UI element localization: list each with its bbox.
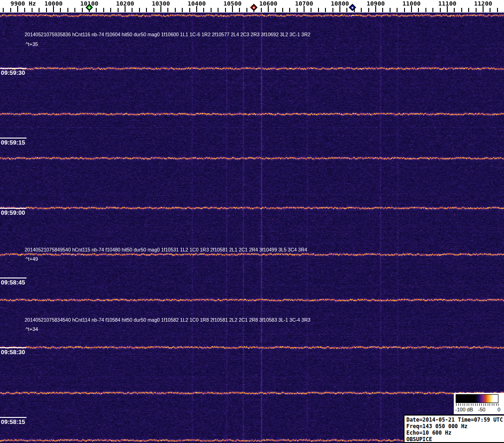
freq-tick <box>74 8 75 12</box>
color-scale-tick <box>481 403 482 406</box>
time-axis-label: 09:58:45 <box>1 279 25 286</box>
freq-tick <box>318 8 319 12</box>
time-axis-label: 09:59:30 <box>1 69 25 76</box>
freq-tick <box>175 8 176 12</box>
freq-tick <box>332 8 333 12</box>
color-scale-tick <box>473 403 473 406</box>
freq-tick <box>139 8 140 12</box>
freq-tick <box>189 8 190 12</box>
info-date-time: Date=2014-05-21 Time=07:59 UTC <box>406 417 504 423</box>
freq-tick <box>282 8 283 12</box>
detection-annotation: 20140521075849540 hCnt115 nb-74 f10480 h… <box>25 247 307 252</box>
detection-time-offset-marker: ^t+34 <box>26 326 38 332</box>
freq-tick <box>461 8 462 12</box>
freq-tick <box>397 8 398 12</box>
color-scale-gradient <box>456 394 498 403</box>
freq-tick <box>132 8 133 12</box>
color-scale-tick <box>456 403 457 406</box>
freq-tick <box>297 8 298 12</box>
freq-tick <box>60 8 61 12</box>
freq-axis-label: 9900 Hz <box>11 0 36 7</box>
color-scale-label-min: -100 dB <box>455 407 473 412</box>
freq-axis-label: 10900 <box>366 0 385 7</box>
info-observatory: OBSUPICE <box>406 436 504 443</box>
freq-axis-label: 10000 <box>44 0 62 7</box>
observation-info-box: Date=2014-05-21 Time=07:59 UTC Freq=143 … <box>404 415 504 443</box>
freq-tick <box>182 8 183 12</box>
freq-tick <box>153 8 154 12</box>
color-scale-tick <box>467 403 467 406</box>
info-frequency: Freq=143 050 000 Hz <box>406 423 504 430</box>
freq-tick <box>239 8 240 12</box>
info-echo: Echo=10 600 Hz <box>406 430 504 436</box>
time-axis-tick <box>0 68 27 69</box>
spectrogram-overlay: 09:59:3009:59:1509:59:0009:58:4509:58:30… <box>0 0 504 443</box>
color-scale-tick <box>498 403 498 406</box>
time-axis-label: 09:58:15 <box>1 418 25 425</box>
freq-tick <box>497 8 498 12</box>
freq-tick <box>418 8 419 12</box>
freq-marker-red[interactable] <box>250 4 258 11</box>
time-axis-tick <box>0 278 27 278</box>
freq-tick <box>368 8 369 12</box>
color-scale-tick <box>458 403 459 406</box>
freq-tick <box>3 8 4 12</box>
color-scale-tick <box>488 403 488 406</box>
freq-tick <box>67 8 68 12</box>
freq-tick <box>311 8 312 12</box>
freq-marker-blue[interactable] <box>349 4 356 11</box>
color-scale-label-max: 0 <box>497 407 500 412</box>
detection-time-offset-marker: ^t+49 <box>26 256 38 262</box>
color-scale-tick <box>469 403 469 406</box>
freq-tick <box>225 8 226 12</box>
freq-tick <box>325 8 326 12</box>
freq-axis-label: 10300 <box>152 0 170 7</box>
freq-tick <box>24 8 25 12</box>
freq-tick <box>39 8 40 12</box>
color-scale-tick <box>460 403 461 406</box>
freq-tick <box>390 8 391 12</box>
color-scale-tick <box>496 403 497 406</box>
color-scale-tick <box>492 403 492 406</box>
freq-tick <box>346 8 347 12</box>
freq-tick <box>468 8 469 12</box>
freq-tick <box>246 8 247 12</box>
time-axis-label: 09:58:30 <box>1 349 25 356</box>
time-axis-tick <box>0 347 27 348</box>
freq-tick <box>211 8 212 12</box>
freq-tick <box>275 8 276 12</box>
freq-tick <box>103 8 104 12</box>
freq-tick <box>96 8 97 12</box>
freq-tick <box>476 8 477 12</box>
time-axis-tick <box>0 417 27 418</box>
freq-tick <box>382 8 383 12</box>
freq-tick <box>432 8 433 12</box>
time-axis-label: 09:59:15 <box>1 139 25 146</box>
freq-tick <box>289 8 290 12</box>
spectrogram-app: 9900 Hz100001010010200103001040010500106… <box>0 0 504 443</box>
color-scale-label-mid: -50 <box>478 407 485 412</box>
color-scale-tick <box>484 403 484 406</box>
detection-annotation: 20140521075834540 hCnt114 nb-74 f10584 h… <box>25 317 311 323</box>
color-scale-tick <box>463 403 463 406</box>
detection-time-offset-marker: ^t+35 <box>26 41 38 47</box>
color-scale-tick <box>464 403 465 406</box>
freq-tick <box>404 8 405 12</box>
freq-axis-label: 11000 <box>402 0 420 7</box>
freq-axis-label: 11200 <box>474 0 492 7</box>
time-axis-label: 09:59:00 <box>1 209 25 216</box>
color-scale-tick <box>475 403 476 406</box>
time-axis-tick <box>0 208 27 209</box>
freq-tick <box>425 8 426 12</box>
freq-tick <box>490 8 491 12</box>
freq-tick <box>261 8 262 12</box>
color-scale-legend: -100 dB -50 0 <box>454 393 504 414</box>
freq-tick <box>32 8 33 12</box>
freq-tick <box>46 8 47 12</box>
frequency-axis: 9900 Hz100001010010200103001040010500106… <box>0 0 504 13</box>
freq-axis-label: 11100 <box>438 0 456 7</box>
freq-tick <box>146 8 147 12</box>
freq-tick <box>203 8 204 12</box>
freq-tick <box>82 8 83 12</box>
freq-tick <box>167 8 168 12</box>
